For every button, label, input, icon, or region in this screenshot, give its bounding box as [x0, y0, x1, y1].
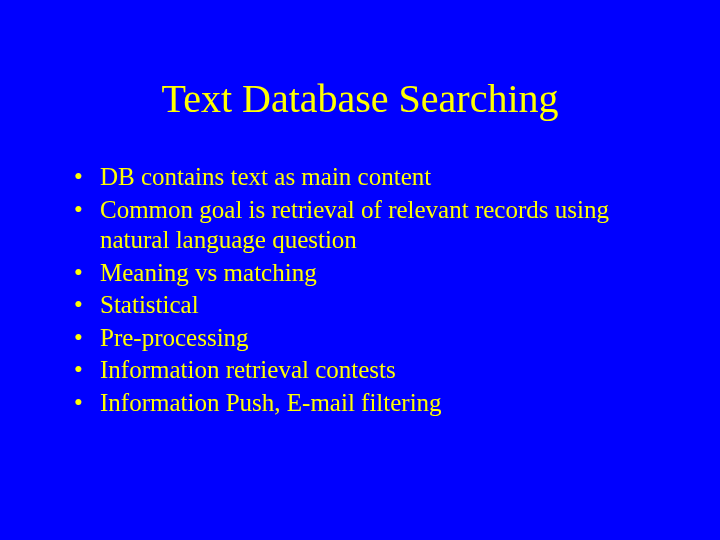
list-item: • Pre-processing	[70, 323, 680, 354]
bullet-text: Common goal is retrieval of relevant rec…	[100, 195, 680, 256]
bullet-icon: •	[70, 290, 100, 321]
slide-body: • DB contains text as main content • Com…	[0, 162, 720, 418]
list-item: • Information Push, E-mail filtering	[70, 388, 680, 419]
bullet-text: Pre-processing	[100, 323, 680, 354]
bullet-icon: •	[70, 195, 100, 226]
list-item: • Statistical	[70, 290, 680, 321]
bullet-icon: •	[70, 258, 100, 289]
bullet-text: Meaning vs matching	[100, 258, 680, 289]
bullet-text: Statistical	[100, 290, 680, 321]
list-item: • Common goal is retrieval of relevant r…	[70, 195, 680, 256]
bullet-icon: •	[70, 323, 100, 354]
bullet-icon: •	[70, 388, 100, 419]
bullet-text: Information retrieval contests	[100, 355, 680, 386]
list-item: • Information retrieval contests	[70, 355, 680, 386]
bullet-text: DB contains text as main content	[100, 162, 680, 193]
list-item: • Meaning vs matching	[70, 258, 680, 289]
list-item: • DB contains text as main content	[70, 162, 680, 193]
bullet-icon: •	[70, 355, 100, 386]
bullet-icon: •	[70, 162, 100, 193]
slide-title: Text Database Searching	[0, 0, 720, 162]
slide: Text Database Searching • DB contains te…	[0, 0, 720, 540]
bullet-text: Information Push, E-mail filtering	[100, 388, 680, 419]
